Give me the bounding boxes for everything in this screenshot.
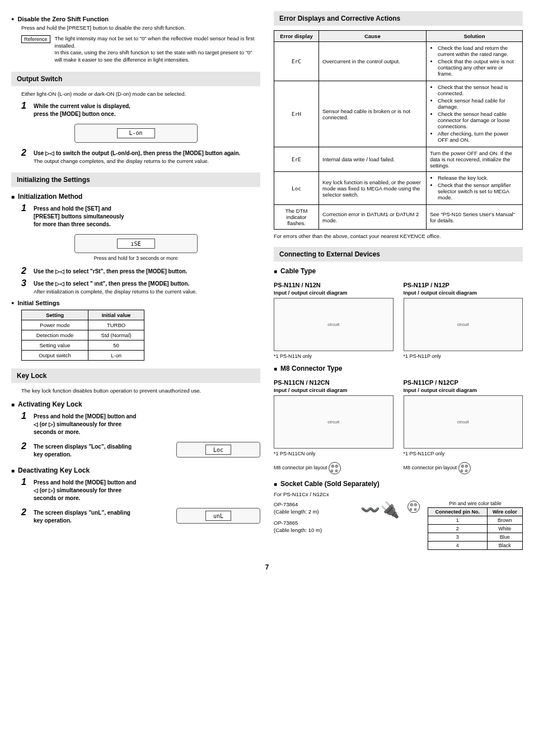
foot-n11p: *1 PS-N11P only	[404, 353, 523, 359]
circuit-diagram: circuit	[404, 395, 523, 449]
circuit-diagram: circuit	[274, 395, 394, 449]
err-cause: Sensor head cable is broken or is not co…	[319, 81, 427, 147]
act-head: Activating Key Lock	[11, 400, 260, 408]
cn-left-title: PS-N11CN / N12CN	[274, 379, 394, 386]
op2b: (Cable length: 10 m)	[274, 526, 353, 534]
col-head: Initial value	[88, 310, 144, 320]
deact-head: Deactivating Key Lock	[11, 466, 260, 474]
m8-layout-label: M8 connector pin layout	[274, 465, 327, 470]
step-num: 2	[21, 442, 29, 459]
io-title: Input / output circuit diagram	[404, 290, 523, 296]
disable-zero-shift-head: Disable the Zero Shift Function	[11, 16, 260, 22]
err-disp: ErC	[274, 42, 319, 81]
dz-body: Press and hold the [PRESET] button to di…	[21, 25, 260, 32]
foot-n11n: *1 PS-N11N only	[274, 353, 394, 359]
cable-type-head: Cable Type	[274, 267, 523, 275]
keylock-body: The key lock function disables button op…	[21, 388, 260, 395]
err-cause: Key lock function is enabled, or the pow…	[319, 172, 427, 205]
op1: OP-73864	[274, 501, 353, 508]
step-num: 1	[21, 478, 29, 502]
m8-layout-label: M8 connector pin layout	[404, 465, 457, 470]
out-step2b: The output change completes, and the dis…	[34, 157, 240, 165]
initset-head: Initial Settings	[11, 300, 260, 306]
err-sol: See "PS-N10 Series User's Manual" for de…	[426, 205, 522, 230]
m8-head: M8 Connector Type	[274, 365, 523, 372]
step-num: 2	[21, 267, 29, 276]
err-sol: Turn the power OFF and ON. If the data i…	[426, 147, 522, 172]
init-step1b: [PRESET] buttons simultaneously	[34, 213, 124, 220]
step-num: 2	[21, 508, 29, 525]
deact-step1: Press and hold the [MODE] button and ◁ (…	[34, 479, 136, 501]
output-switch-head: Output Switch	[11, 72, 260, 86]
col-head: Cause	[319, 31, 427, 42]
connector-icon	[329, 462, 341, 474]
io-title: Input / output circuit diagram	[274, 290, 394, 296]
reference-label: Reference	[21, 35, 50, 43]
col-head: Setting	[22, 310, 88, 320]
err-note: For errors other than the above, contact…	[274, 233, 523, 239]
init-step3b: After initialization is complete, the di…	[34, 288, 197, 295]
init-step1a: Press and hold the [SET] and	[34, 206, 111, 212]
amplifier-diagram: Loc	[176, 442, 260, 458]
deact-step2: The screen displays "unL", enabling key …	[34, 510, 130, 524]
col-head: Solution	[426, 31, 522, 42]
init-step1c: for more than three seconds.	[34, 221, 111, 227]
cn-right-title: PS-N11CP / N12CP	[404, 379, 523, 386]
n-right-title: PS-N11P / N12P	[404, 282, 523, 288]
amp-lcd: L-on	[117, 128, 155, 138]
circuit-diagram: circuit	[274, 298, 394, 351]
act-step2: The screen displays "Loc", disabling key…	[34, 444, 132, 458]
col-head: Error display	[274, 31, 319, 42]
init-step2: Use the ▷◁ to select "rSt", then press t…	[34, 268, 187, 274]
err-sol: Release the key lock. Check that the sen…	[430, 175, 519, 200]
init-hold-note: Press and hold for 3 seconds or more	[93, 255, 177, 261]
out-step2: Use ▷◁ to switch the output (L-on/d-on),…	[34, 150, 240, 156]
pin-table: Connected pin No.Wire color 1Brown 2Whit…	[428, 507, 523, 550]
out-sw-body: Either light-ON (L-on) mode or dark-ON (…	[21, 91, 260, 98]
pin-table-title: Pin and wire color table	[428, 501, 523, 506]
err-disp: ErE	[274, 147, 319, 172]
step-num: 1	[21, 412, 29, 436]
cable-icon: 〰️🔌	[360, 501, 400, 519]
socket-for: For PS-N11Cx / N12Cx	[274, 491, 523, 497]
foot-cp: *1 PS-N11CP only	[404, 451, 523, 456]
amplifier-diagram: unL	[176, 508, 260, 524]
conn-head: Connecting to External Devices	[274, 247, 523, 262]
err-cause: Internal data write / load failed.	[319, 147, 427, 172]
connector-icon	[407, 501, 420, 513]
init-method-head: Initialization Method	[11, 193, 260, 200]
foot-cn: *1 PS-N11CN only	[274, 451, 394, 456]
err-disp: The DTM indicator flashes.	[274, 205, 319, 230]
err-disp: ErH	[274, 81, 319, 147]
io-title: Input / output circuit diagram	[404, 387, 523, 393]
act-step1: Press and hold the [MODE] button and ◁ (…	[34, 413, 136, 435]
page-number: 7	[11, 563, 523, 571]
error-table: Error display Cause Solution ErC Overcur…	[274, 30, 523, 230]
err-sol: Check that the sensor head is connected.…	[430, 84, 519, 143]
amp-lcd: unL	[205, 511, 231, 521]
err-cause: Overcurrent in the control output.	[319, 42, 427, 81]
amplifier-diagram: L-on	[74, 124, 198, 143]
socket-head: Socket Cable (Sold Separately)	[274, 480, 523, 488]
amplifier-diagram: ıSE	[74, 234, 198, 253]
op2: OP-73865	[274, 519, 353, 526]
err-sol: Check the load and return the current wi…	[430, 45, 519, 77]
init-step3: Use the ▷◁ to select " ınıt", then press…	[34, 281, 189, 287]
connector-icon	[458, 462, 471, 474]
op1b: (Cable length: 2 m)	[274, 508, 353, 515]
err-disp: Loc	[274, 172, 319, 205]
initial-settings-table: SettingInitial value Power modeTURBO Det…	[21, 310, 144, 361]
amp-lcd: Loc	[205, 445, 231, 455]
ref-text1: The light intensity may not be set to "0…	[55, 35, 255, 49]
step-num: 3	[21, 279, 29, 295]
out-step1b: press the [MODE] button once.	[34, 111, 116, 117]
amp-lcd: ıSE	[117, 239, 155, 249]
init-head: Initializing the Settings	[11, 172, 260, 187]
err-cause: Correction error in DATUM1 or DATUM 2 mo…	[319, 205, 427, 230]
circuit-diagram: circuit	[404, 298, 523, 351]
keylock-head: Key Lock	[11, 368, 260, 383]
n-left-title: PS-N11N / N12N	[274, 282, 394, 288]
err-head: Error Displays and Corrective Actions	[274, 11, 523, 26]
out-step1a: While the current value is displayed,	[34, 103, 130, 109]
step-num: 1	[21, 101, 29, 118]
